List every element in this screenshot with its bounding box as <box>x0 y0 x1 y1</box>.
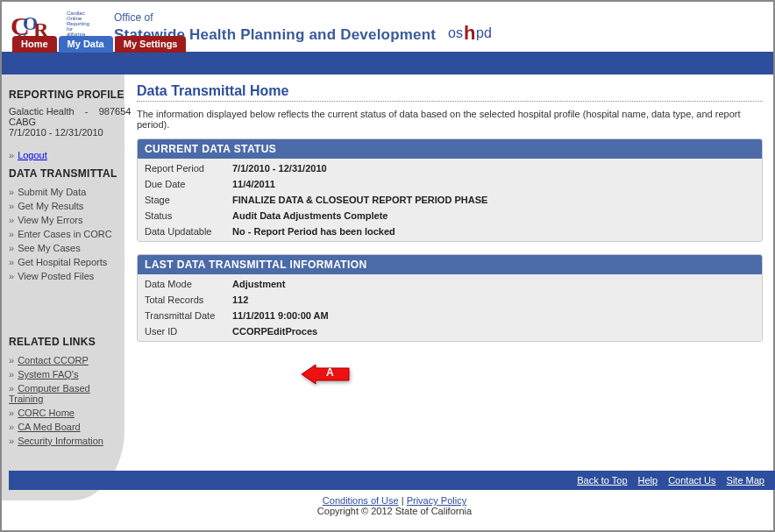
data-transmittal-links: Submit My Data Get My Results View My Er… <box>9 185 124 283</box>
last-transmittal-panel: LAST DATA TRANSMITTAL INFORMATION Data M… <box>137 254 763 342</box>
profile-period: 7/1/2010 - 12/31/2010 <box>9 127 124 138</box>
reporting-profile-heading: REPORTING PROFILE <box>9 89 124 101</box>
svg-text:os: os <box>448 25 463 40</box>
tab-my-settings[interactable]: My Settings <box>115 36 187 53</box>
sidebar-link-view-my-errors[interactable]: View My Errors <box>18 215 82 225</box>
oshpd-logo: os h pd <box>448 24 511 43</box>
tab-home[interactable]: Home <box>12 36 57 53</box>
callout-label: A <box>326 366 334 379</box>
footer-link-site-map[interactable]: Site Map <box>727 475 764 486</box>
office-of-label: Office of <box>114 11 511 24</box>
profile-type: CABG <box>9 117 124 127</box>
status-row-updatable: Data UpdatableNo - Report Period has bee… <box>138 223 762 239</box>
footer-link-contact-us[interactable]: Contact Us <box>668 475 715 486</box>
status-row-stage: StageFINALIZE DATA & CLOSEOUT REPORT PER… <box>138 192 762 208</box>
main-content: Data Transmittal Home The information di… <box>124 74 773 354</box>
related-links-heading: RELATED LINKS <box>9 336 124 348</box>
logo-caption: Cardiac Online Reporting for alifornia <box>67 11 89 37</box>
tab-my-data[interactable]: My Data <box>59 36 113 53</box>
last-transmittal-heading: LAST DATA TRANSMITTAL INFORMATION <box>138 255 762 274</box>
sidebar-link-get-my-results[interactable]: Get My Results <box>18 201 83 211</box>
footer-copyright: Copyright © 2012 State of California <box>9 506 775 516</box>
related-links: Contact CCORP System FAQ's Computer Base… <box>9 353 124 448</box>
trans-row-total: Total Records112 <box>138 292 762 308</box>
footer-link-privacy[interactable]: Privacy Policy <box>407 495 466 506</box>
footer: Back to Top Help Contact Us Site Map Con… <box>9 471 775 525</box>
footer-link-conditions[interactable]: Conditions of Use <box>323 495 399 506</box>
page-subtitle: The information displayed below reflects… <box>137 109 763 130</box>
current-data-status-panel: CURRENT DATA STATUS Report Period7/1/201… <box>137 138 763 242</box>
callout-arrow-a: A <box>302 363 351 386</box>
svg-text:h: h <box>464 24 475 43</box>
footer-sep: | <box>399 495 407 506</box>
sidebar-link-contact-ccorp[interactable]: Contact CCORP <box>18 355 89 365</box>
status-row-report-period: Report Period7/1/2010 - 12/31/2010 <box>138 160 762 176</box>
sidebar-link-ca-med-board[interactable]: CA Med Board <box>18 422 81 432</box>
trans-row-userid: User IDCCORPEditProces <box>138 323 762 339</box>
status-row-status: StatusAudit Data Adjustments Complete <box>138 208 762 223</box>
data-transmittal-heading: DATA TRANSMITTAL <box>9 167 124 180</box>
trans-row-mode: Data ModeAdjustment <box>138 276 762 292</box>
page-title: Data Transmittal Home <box>137 83 763 102</box>
sidebar-link-enter-cases[interactable]: Enter Cases in CORC <box>18 229 112 239</box>
current-data-status-heading: CURRENT DATA STATUS <box>138 139 762 159</box>
sidebar-link-security-info[interactable]: Security Information <box>18 436 103 446</box>
sidebar-link-system-faq[interactable]: System FAQ's <box>18 369 78 379</box>
profile-org: Galactic Health - 987654 <box>9 106 124 117</box>
sidebar-link-corc-home[interactable]: CORC Home <box>18 408 75 418</box>
sidebar-link-get-hospital-reports[interactable]: Get Hospital Reports <box>18 257 107 267</box>
logout-link[interactable]: Logout <box>18 150 47 160</box>
trans-row-date: Transmittal Date11/1/2011 9:00:00 AM <box>138 308 762 323</box>
sidebar: REPORTING PROFILE Galactic Health - 9876… <box>2 74 124 500</box>
footer-bar: Back to Top Help Contact Us Site Map <box>9 471 775 490</box>
footer-link-help[interactable]: Help <box>638 475 658 486</box>
sidebar-link-view-posted-files[interactable]: View Posted Files <box>18 271 94 281</box>
sidebar-link-submit-my-data[interactable]: Submit My Data <box>18 187 86 197</box>
svg-marker-7 <box>302 365 349 384</box>
status-row-due-date: Due Date11/4/2011 <box>138 176 762 192</box>
svg-text:pd: pd <box>476 25 492 40</box>
footer-link-back-to-top[interactable]: Back to Top <box>577 475 627 486</box>
sidebar-link-see-my-cases[interactable]: See My Cases <box>18 243 81 253</box>
navbar: Home My Data My Settings <box>2 52 773 74</box>
sidebar-link-cbt[interactable]: Computer Based Training <box>9 383 90 404</box>
